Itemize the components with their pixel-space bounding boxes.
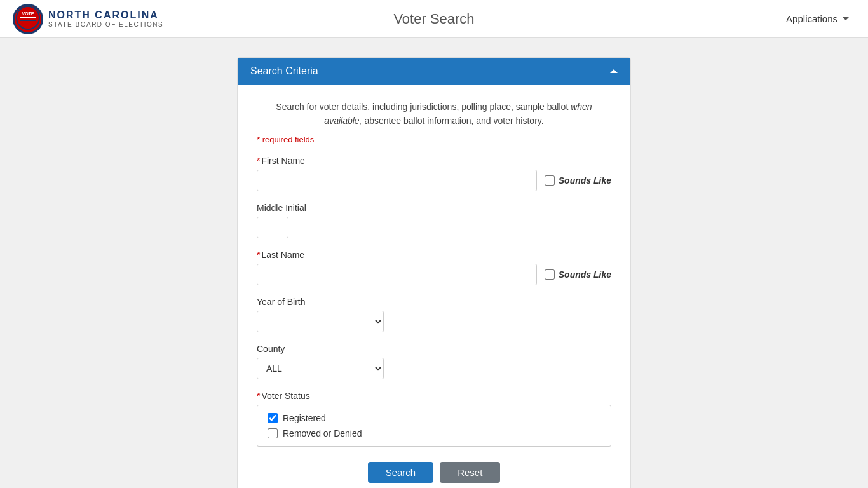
county-group: County ALL bbox=[257, 344, 611, 379]
sounds-like-last-label[interactable]: Sounds Like bbox=[545, 269, 611, 280]
logo-title: NORTH CAROLINA bbox=[48, 9, 163, 21]
county-select[interactable]: ALL bbox=[257, 358, 384, 379]
year-of-birth-select[interactable] bbox=[257, 311, 384, 332]
registered-checkbox[interactable] bbox=[268, 413, 278, 423]
svg-rect-2 bbox=[20, 17, 36, 18]
search-button[interactable]: Search bbox=[368, 462, 434, 483]
page-title: Voter Search bbox=[393, 11, 474, 27]
last-name-group: *Last Name Sounds Like bbox=[257, 250, 611, 285]
applications-dropdown-button[interactable]: Applications bbox=[780, 10, 855, 28]
year-of-birth-group: Year of Birth bbox=[257, 297, 611, 332]
last-name-input[interactable] bbox=[257, 264, 537, 285]
last-name-label: *Last Name bbox=[257, 250, 611, 260]
panel-body: Search for voter details, including juri… bbox=[238, 85, 630, 488]
sounds-like-last-checkbox[interactable] bbox=[545, 269, 555, 280]
voter-status-label: *Voter Status bbox=[257, 391, 611, 401]
first-name-group: *First Name Sounds Like bbox=[257, 156, 611, 191]
sounds-like-first-label[interactable]: Sounds Like bbox=[545, 175, 611, 186]
removed-checkbox-label[interactable]: Removed or Denied bbox=[268, 428, 600, 438]
collapse-icon[interactable] bbox=[610, 69, 618, 73]
middle-initial-label: Middle Initial bbox=[257, 203, 611, 213]
description-text: Search for voter details, including juri… bbox=[257, 100, 611, 128]
logo: VOTE NORTH CAROLINA STATE BOARD OF ELECT… bbox=[13, 4, 163, 34]
panel-header: Search Criteria bbox=[238, 58, 630, 85]
first-name-input[interactable] bbox=[257, 170, 537, 191]
voter-status-required-star: * bbox=[257, 391, 260, 401]
header-nav: Applications bbox=[780, 10, 855, 28]
panel-header-label: Search Criteria bbox=[250, 65, 318, 77]
chevron-down-icon bbox=[843, 17, 849, 20]
first-name-row: Sounds Like bbox=[257, 170, 611, 191]
logo-emblem: VOTE bbox=[13, 4, 43, 34]
search-panel: Search Criteria Search for voter details… bbox=[237, 57, 631, 488]
middle-initial-group: Middle Initial bbox=[257, 203, 611, 238]
last-name-required-star: * bbox=[257, 250, 260, 260]
logo-vote-text: VOTE bbox=[15, 5, 41, 32]
reset-button[interactable]: Reset bbox=[440, 462, 500, 483]
registered-checkbox-label[interactable]: Registered bbox=[268, 413, 600, 423]
form-actions: Search Reset bbox=[257, 462, 611, 483]
header: VOTE NORTH CAROLINA STATE BOARD OF ELECT… bbox=[0, 0, 868, 38]
first-name-required-star: * bbox=[257, 156, 260, 166]
county-label: County bbox=[257, 344, 611, 354]
middle-initial-input[interactable] bbox=[257, 217, 288, 238]
voter-status-box: Registered Removed or Denied bbox=[257, 405, 611, 447]
registered-label: Registered bbox=[283, 413, 326, 423]
last-name-row: Sounds Like bbox=[257, 264, 611, 285]
applications-label: Applications bbox=[786, 13, 837, 24]
removed-checkbox[interactable] bbox=[268, 428, 278, 438]
sounds-like-first-checkbox[interactable] bbox=[545, 175, 555, 186]
removed-label: Removed or Denied bbox=[283, 428, 362, 438]
logo-subtitle: STATE BOARD OF ELECTIONS bbox=[48, 21, 163, 29]
svg-rect-3 bbox=[20, 20, 36, 21]
voter-status-group: *Voter Status Registered Removed or Deni… bbox=[257, 391, 611, 447]
logo-text: NORTH CAROLINA STATE BOARD OF ELECTIONS bbox=[48, 9, 163, 29]
main-content: Search Criteria Search for voter details… bbox=[0, 38, 868, 488]
description-italic: when available, bbox=[324, 102, 592, 126]
year-of-birth-label: Year of Birth bbox=[257, 297, 611, 307]
svg-text:VOTE: VOTE bbox=[22, 11, 34, 16]
first-name-label: *First Name bbox=[257, 156, 611, 166]
required-note: * required fields bbox=[257, 135, 611, 144]
